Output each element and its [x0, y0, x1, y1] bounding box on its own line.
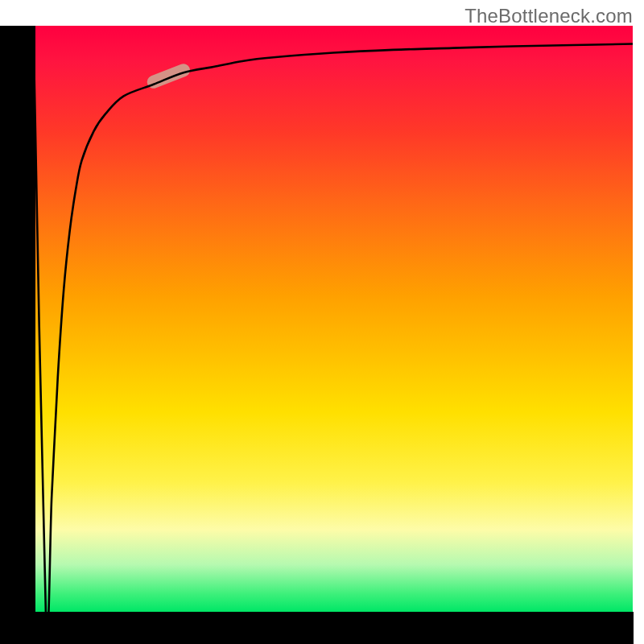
highlight-stroke	[154, 70, 184, 82]
bottleneck-curve	[34, 44, 633, 632]
watermark-text: TheBottleneck.com	[464, 5, 633, 27]
x-axis-frame	[0, 612, 634, 644]
y-axis-frame	[0, 26, 35, 613]
chart-root: TheBottleneck.com	[0, 0, 644, 644]
curve-layer	[34, 26, 633, 612]
